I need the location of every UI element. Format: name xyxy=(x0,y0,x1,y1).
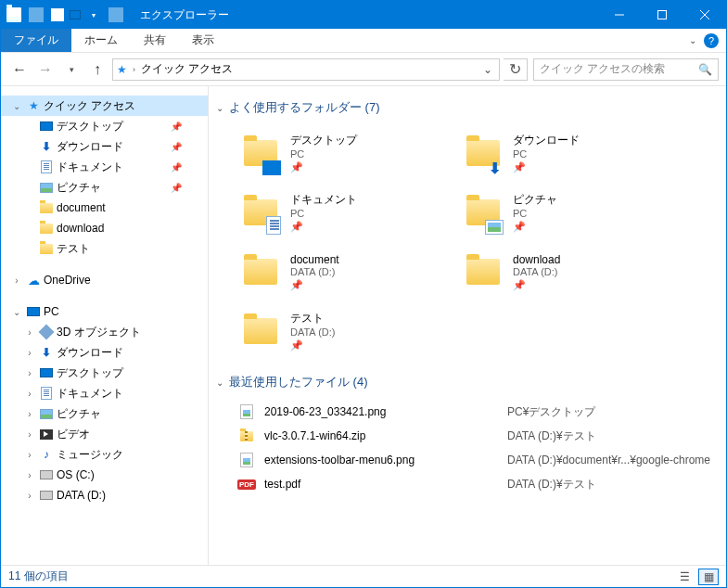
tree-item[interactable]: ›3D オブジェクト xyxy=(1,322,208,342)
file-name: extensions-toolbar-menu6.png xyxy=(264,454,498,467)
content-pane[interactable]: ⌄ よく使用するフォルダー (7) デスクトップPC📌⬇ダウンロードPC📌ドキュ… xyxy=(209,86,726,565)
chevron-right-icon[interactable]: › xyxy=(23,348,36,358)
search-icon[interactable]: 🔍 xyxy=(698,63,712,76)
tree-item[interactable]: ›ピクチャ xyxy=(1,403,208,424)
tree-item[interactable]: ›ビデオ xyxy=(1,424,208,444)
folder-location: PC xyxy=(513,208,557,219)
tree-item[interactable]: テスト xyxy=(1,238,208,259)
nav-up-button[interactable]: ↑ xyxy=(86,58,108,81)
folder-icon xyxy=(238,190,283,235)
close-button[interactable] xyxy=(683,1,726,29)
tree-item[interactable]: ›DATA (D:) xyxy=(1,485,208,505)
nav-forward-button[interactable]: → xyxy=(34,58,57,81)
address-bar[interactable]: ★ › クイック アクセス ⌄ xyxy=(112,58,500,81)
folder-location: DATA (D:) xyxy=(290,326,335,338)
tree-label: デスクトップ xyxy=(57,119,123,134)
tree-label: document xyxy=(57,201,106,214)
tree-label: ダウンロード xyxy=(57,139,123,155)
qat-separator xyxy=(29,7,44,22)
tab-file[interactable]: ファイル xyxy=(1,29,71,52)
tree-item[interactable]: download xyxy=(1,218,208,238)
tree-item[interactable]: ›♪ミュージック xyxy=(1,444,208,465)
pin-icon: 📌 xyxy=(513,161,580,173)
folder-location: DATA (D:) xyxy=(290,266,339,277)
chevron-right-icon[interactable]: › xyxy=(133,65,135,74)
folder-item[interactable]: デスクトップPC📌 xyxy=(238,125,461,181)
tree-item[interactable]: デスクトップ📌 xyxy=(1,116,208,136)
nav-recent-dropdown[interactable]: ▾ xyxy=(60,58,83,81)
chevron-right-icon[interactable]: › xyxy=(23,389,36,399)
chevron-right-icon[interactable]: › xyxy=(10,275,23,286)
pin-icon: 📌 xyxy=(171,183,182,193)
recent-file-item[interactable]: 2019-06-23_033421.pngPC¥デスクトップ xyxy=(238,400,717,424)
tree-quick-access[interactable]: ⌄ ★ クイック アクセス xyxy=(1,96,208,116)
address-dropdown-icon[interactable]: ⌄ xyxy=(480,63,495,76)
folder-item[interactable]: downloadDATA (D:)📌 xyxy=(461,244,683,300)
chevron-down-icon[interactable]: ⌄ xyxy=(216,103,223,113)
recent-file-item[interactable]: PDFtest.pdfDATA (D:)¥テスト xyxy=(238,472,717,496)
pc-icon xyxy=(25,304,42,319)
chevron-right-icon[interactable]: › xyxy=(23,429,36,440)
search-box[interactable]: クイック アクセスの検索 🔍 xyxy=(533,58,719,81)
qat-newfolder-icon[interactable] xyxy=(68,7,83,22)
folder-icon xyxy=(461,190,505,235)
folder-item[interactable]: テストDATA (D:)📌 xyxy=(238,303,461,359)
recent-file-item[interactable]: extensions-toolbar-menu6.pngDATA (D:)¥do… xyxy=(238,448,717,472)
help-icon[interactable]: ? xyxy=(704,33,719,48)
folder-item[interactable]: ピクチャPC📌 xyxy=(461,185,683,240)
ribbon-expand-icon[interactable]: ⌄ xyxy=(689,35,696,45)
tree-item[interactable]: ›デスクトップ xyxy=(1,363,208,383)
folder-item[interactable]: documentDATA (D:)📌 xyxy=(238,244,461,300)
view-large-icons-button[interactable]: ▦ xyxy=(698,569,719,585)
pin-icon: 📌 xyxy=(290,339,335,352)
tab-home[interactable]: ホーム xyxy=(71,29,131,52)
chevron-down-icon[interactable]: ⌄ xyxy=(10,307,23,317)
video-icon xyxy=(38,427,55,441)
recent-file-item[interactable]: vlc-3.0.7.1-win64.zipDATA (D:)¥テスト xyxy=(238,424,717,448)
chevron-right-icon[interactable]: › xyxy=(23,450,36,460)
folder-item[interactable]: ドキュメントPC📌 xyxy=(238,185,461,240)
qat-dropdown-icon[interactable]: ▾ xyxy=(86,7,101,22)
chevron-right-icon[interactable]: › xyxy=(23,327,36,338)
section-frequent-folders[interactable]: ⌄ よく使用するフォルダー (7) xyxy=(216,99,717,116)
tree-label: デスクトップ xyxy=(57,365,123,381)
tree-label: PC xyxy=(44,305,59,318)
quick-access-star-icon: ★ xyxy=(117,63,127,76)
nav-pane[interactable]: ⌄ ★ クイック アクセス デスクトップ📌⬇ダウンロード📌ドキュメント📌ピクチャ… xyxy=(1,86,209,565)
svg-rect-1 xyxy=(658,11,667,19)
chevron-right-icon[interactable]: › xyxy=(23,491,36,501)
refresh-button[interactable]: ↻ xyxy=(504,58,528,81)
tree-item[interactable]: ›OS (C:) xyxy=(1,465,208,485)
nav-back-button[interactable]: ← xyxy=(8,58,31,81)
view-details-button[interactable]: ☰ xyxy=(674,569,695,585)
folder-icon xyxy=(38,241,55,256)
tree-pc[interactable]: ⌄ PC xyxy=(1,301,208,322)
tree-item[interactable]: ドキュメント📌 xyxy=(1,157,208,177)
folder-item[interactable]: ⬇ダウンロードPC📌 xyxy=(461,125,683,181)
maximize-button[interactable] xyxy=(641,1,683,29)
tree-item[interactable]: ピクチャ📌 xyxy=(1,177,208,198)
section-recent-files[interactable]: ⌄ 最近使用したファイル (4) xyxy=(216,374,717,390)
folder-grid: デスクトップPC📌⬇ダウンロードPC📌ドキュメントPC📌ピクチャPC📌docum… xyxy=(216,125,717,359)
tree-item[interactable]: ⬇ダウンロード📌 xyxy=(1,136,208,157)
tree-label: ピクチャ xyxy=(57,406,101,422)
folder-location: PC xyxy=(290,208,357,219)
file-location: DATA (D:)¥テスト xyxy=(507,428,596,444)
image-icon xyxy=(238,403,255,420)
chevron-right-icon[interactable]: › xyxy=(23,368,36,378)
chevron-down-icon[interactable]: ⌄ xyxy=(216,377,223,388)
chevron-right-icon[interactable]: › xyxy=(23,409,36,419)
tree-onedrive[interactable]: › ☁ OneDrive xyxy=(1,270,208,290)
ribbon-tabs: ファイル ホーム 共有 表示 ⌄ ? xyxy=(1,29,726,53)
tree-item[interactable]: document xyxy=(1,198,208,218)
document-icon xyxy=(38,386,55,401)
tree-item[interactable]: ›⬇ダウンロード xyxy=(1,342,208,363)
tab-share[interactable]: 共有 xyxy=(131,29,179,52)
tree-item[interactable]: ›ドキュメント xyxy=(1,383,208,403)
tab-view[interactable]: 表示 xyxy=(179,29,227,52)
tree-label: OneDrive xyxy=(44,274,91,287)
chevron-down-icon[interactable]: ⌄ xyxy=(10,101,23,111)
chevron-right-icon[interactable]: › xyxy=(23,470,36,480)
qat-properties-icon[interactable] xyxy=(51,8,64,21)
minimize-button[interactable] xyxy=(598,1,641,29)
